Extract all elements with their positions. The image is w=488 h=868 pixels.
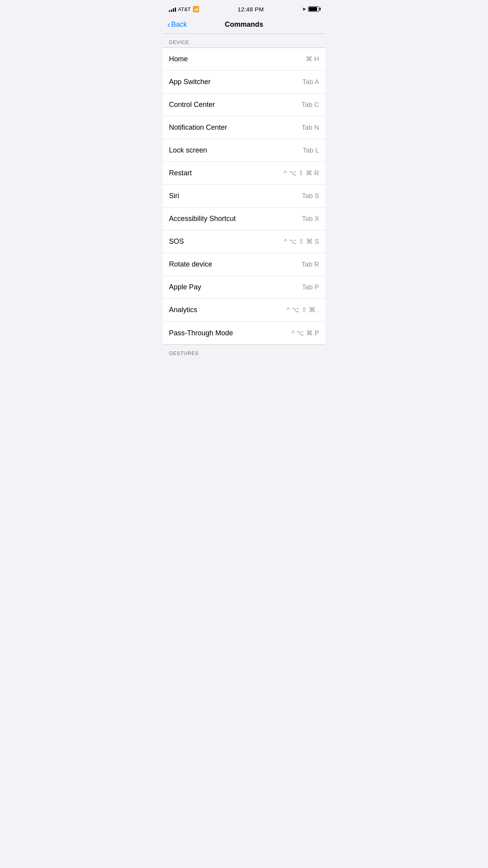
command-label-siri: Siri — [169, 192, 179, 200]
command-shortcut-lock-screen: Tab L — [303, 147, 319, 154]
command-shortcut-accessibility-shortcut: Tab X — [302, 215, 319, 223]
command-shortcut-home: ⌘ H — [306, 55, 319, 63]
signal-bars — [169, 6, 176, 12]
command-shortcut-notification-center: Tab N — [302, 124, 319, 132]
status-right: ➤ — [302, 6, 319, 12]
command-row-sos[interactable]: SOS ^ ⌥ ⇧ ⌘ S — [163, 230, 325, 253]
carrier-label: AT&T — [178, 6, 191, 12]
command-shortcut-apple-pay: Tab P — [302, 283, 319, 291]
signal-bar-4 — [175, 7, 176, 12]
command-label-accessibility-shortcut: Accessibility Shortcut — [169, 215, 236, 223]
command-label-home: Home — [169, 55, 188, 63]
command-shortcut-rotate-device: Tab R — [302, 261, 319, 268]
command-shortcut-sos: ^ ⌥ ⇧ ⌘ S — [284, 237, 319, 246]
command-row-app-switcher[interactable]: App Switcher Tab A — [163, 71, 325, 94]
commands-list-device: Home ⌘ H App Switcher Tab A Control Cent… — [163, 48, 325, 345]
command-shortcut-siri: Tab S — [302, 192, 319, 200]
status-time: 12:48 PM — [238, 6, 264, 13]
back-button[interactable]: ‹ Back — [167, 20, 187, 29]
command-label-restart: Restart — [169, 169, 192, 177]
command-shortcut-analytics: ^ ⌥ ⇧ ⌘ . — [286, 306, 319, 314]
section-header-gestures: GESTURES — [163, 345, 325, 359]
wifi-icon: 📶 — [193, 6, 199, 12]
command-label-notification-center: Notification Center — [169, 123, 227, 132]
command-row-restart[interactable]: Restart ^ ⌥ ⇧ ⌘ R — [163, 162, 325, 185]
command-label-app-switcher: App Switcher — [169, 78, 211, 86]
command-row-lock-screen[interactable]: Lock screen Tab L — [163, 139, 325, 162]
command-label-apple-pay: Apple Pay — [169, 283, 201, 291]
command-label-sos: SOS — [169, 237, 184, 246]
command-row-notification-center[interactable]: Notification Center Tab N — [163, 116, 325, 139]
command-label-pass-through-mode: Pass-Through Mode — [169, 329, 233, 337]
back-chevron-icon: ‹ — [167, 20, 170, 28]
section-header-device: DEVICE — [163, 34, 325, 48]
command-row-accessibility-shortcut[interactable]: Accessibility Shortcut Tab X — [163, 208, 325, 230]
command-row-apple-pay[interactable]: Apple Pay Tab P — [163, 276, 325, 299]
back-label: Back — [171, 20, 187, 29]
command-row-rotate-device[interactable]: Rotate device Tab R — [163, 253, 325, 276]
command-row-siri[interactable]: Siri Tab S — [163, 185, 325, 208]
command-shortcut-restart: ^ ⌥ ⇧ ⌘ R — [284, 169, 319, 177]
page-title: Commands — [225, 20, 263, 29]
command-row-pass-through-mode[interactable]: Pass-Through Mode ^ ⌥ ⌘ P — [163, 322, 325, 344]
command-row-control-center[interactable]: Control Center Tab C — [163, 94, 325, 116]
signal-bar-3 — [173, 8, 174, 12]
nav-bar: ‹ Back Commands — [163, 17, 325, 34]
command-shortcut-control-center: Tab C — [302, 101, 319, 109]
command-label-lock-screen: Lock screen — [169, 146, 207, 154]
status-left: AT&T 📶 — [169, 6, 199, 12]
signal-bar-2 — [171, 9, 172, 12]
battery-fill — [309, 7, 317, 11]
command-shortcut-pass-through-mode: ^ ⌥ ⌘ P — [292, 329, 319, 337]
command-label-control-center: Control Center — [169, 101, 215, 109]
command-label-rotate-device: Rotate device — [169, 260, 212, 268]
command-label-analytics: Analytics — [169, 306, 197, 314]
status-bar: AT&T 📶 12:48 PM ➤ — [163, 0, 325, 17]
command-row-home[interactable]: Home ⌘ H — [163, 48, 325, 71]
signal-bar-1 — [169, 10, 170, 12]
location-icon: ➤ — [302, 6, 306, 12]
command-row-analytics[interactable]: Analytics ^ ⌥ ⇧ ⌘ . — [163, 299, 325, 322]
battery-icon — [308, 6, 319, 12]
command-shortcut-app-switcher: Tab A — [302, 78, 319, 86]
